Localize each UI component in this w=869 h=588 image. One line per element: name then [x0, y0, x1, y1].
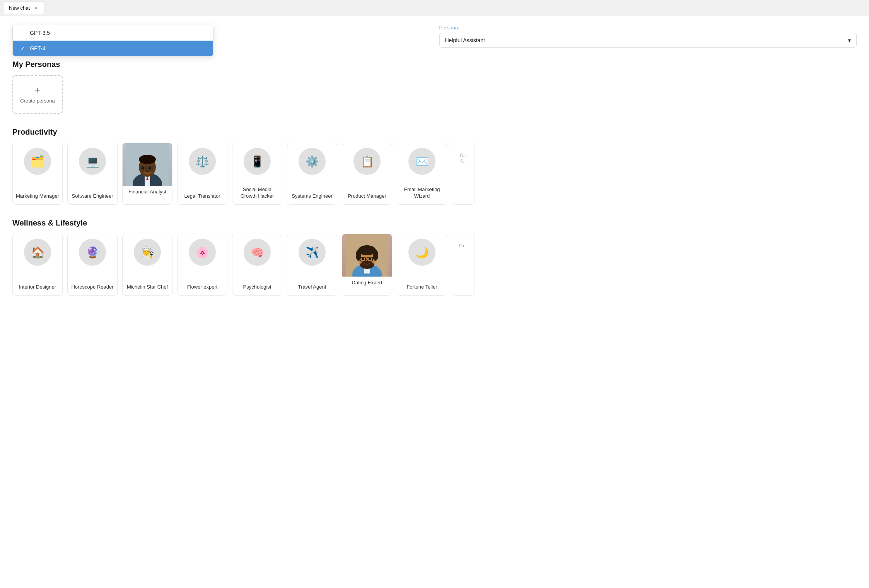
dropdown-option-gpt35[interactable]: GPT-3.5	[13, 25, 213, 41]
persona-label: Persona:	[439, 25, 857, 31]
svg-point-30	[362, 258, 364, 260]
svg-line-29	[372, 259, 374, 259]
card-systems-engineer[interactable]: ⚙️ Systems Engineer	[287, 143, 337, 205]
productivity-cards-row: 🗂️ Marketing Manager 💻 Software Engineer	[12, 143, 857, 205]
svg-line-10	[139, 168, 140, 168]
avatar-legal-translator: ⚖️	[189, 148, 216, 175]
svg-point-22	[373, 250, 378, 261]
card-truncated-wellness[interactable]: Fa...	[452, 234, 475, 296]
persona-selected-value: Helpful Assistant	[445, 37, 485, 43]
avatar-fortune-teller: 🌙	[408, 239, 435, 266]
card-legal-translator[interactable]: ⚖️ Legal Translator	[177, 143, 227, 205]
avatar-financial-analyst	[123, 143, 172, 186]
card-psychologist[interactable]: 🧠 Psychologist	[232, 234, 282, 296]
avatar-software-engineer: 💻	[79, 148, 106, 175]
productivity-section: Productivity 🗂️ Marketing Manager 💻 Soft…	[12, 128, 857, 205]
my-personas-section: My Personas + Create persona	[12, 60, 857, 114]
productivity-title: Productivity	[12, 128, 857, 137]
model-dropdown[interactable]: GPT-3.5 ✓ GPT-4	[12, 25, 213, 56]
avatar-social-media: 📱	[244, 148, 271, 175]
tab-close-button[interactable]: ×	[33, 5, 39, 11]
wellness-cards-row: 🏠 Interior Designer 🔮 Horoscope Reader 👨…	[12, 234, 857, 296]
svg-line-28	[359, 259, 360, 259]
avatar-systems-engineer: ⚙️	[299, 148, 326, 175]
plus-icon: +	[35, 85, 40, 95]
card-financial-analyst[interactable]: Financial Analyst	[122, 143, 172, 205]
card-michelin-star-chef[interactable]: 👨‍🍳 Michelin Star Chef	[122, 234, 172, 296]
avatar-flower-expert: 🌸	[189, 239, 216, 266]
card-fortune-teller[interactable]: 🌙 Fortune Teller	[397, 234, 447, 296]
svg-point-6	[139, 155, 156, 164]
svg-point-14	[146, 170, 149, 172]
card-social-media-growth-hacker[interactable]: 📱 Social Media Growth Hacker	[232, 143, 282, 205]
model-section: Model: GPT-3.5 ✓ GPT-4	[12, 25, 430, 33]
main-content: Model: GPT-3.5 ✓ GPT-4 Persona: Helpful …	[0, 15, 869, 588]
tab-bar: New chat ×	[0, 0, 869, 15]
card-truncated-productivity[interactable]: R...S...	[452, 143, 475, 205]
card-flower-expert[interactable]: 🌸 Flower expert	[177, 234, 227, 296]
new-chat-tab[interactable]: New chat ×	[3, 1, 45, 14]
tab-title: New chat	[9, 5, 30, 11]
avatar-dating-expert	[342, 234, 392, 277]
card-product-manager[interactable]: 📋 Product Manager	[342, 143, 392, 205]
my-personas-title: My Personas	[12, 60, 857, 69]
card-interior-designer[interactable]: 🏠 Interior Designer	[12, 234, 63, 296]
card-travel-agent[interactable]: ✈️ Travel Agent	[287, 234, 337, 296]
svg-point-31	[369, 258, 371, 260]
svg-line-11	[152, 168, 154, 168]
create-persona-button[interactable]: + Create persona	[12, 75, 63, 114]
avatar-interior-designer: 🏠	[24, 239, 51, 266]
persona-select[interactable]: Helpful Assistant ▾	[439, 33, 857, 48]
avatar-psychologist: 🧠	[244, 239, 271, 266]
avatar-product-manager: 📋	[353, 148, 381, 175]
wellness-section: Wellness & Lifestyle 🏠 Interior Designer…	[12, 219, 857, 296]
avatar-marketing-manager: 🗂️	[24, 148, 51, 175]
chevron-down-icon: ▾	[848, 37, 851, 43]
svg-point-12	[142, 167, 144, 169]
create-persona-label: Create persona	[20, 98, 55, 104]
card-horoscope-reader[interactable]: 🔮 Horoscope Reader	[67, 234, 118, 296]
avatar-horoscope-reader: 🔮	[79, 239, 106, 266]
svg-point-13	[149, 167, 151, 169]
persona-section: Persona: Helpful Assistant ▾	[439, 25, 857, 48]
card-marketing-manager[interactable]: 🗂️ Marketing Manager	[12, 143, 63, 205]
card-software-engineer[interactable]: 💻 Software Engineer	[67, 143, 118, 205]
card-email-marketing-wizard[interactable]: ✉️ Email Marketing Wizard	[397, 143, 447, 205]
card-dating-expert[interactable]: Dating Expert	[342, 234, 392, 296]
top-controls: Model: GPT-3.5 ✓ GPT-4 Persona: Helpful …	[12, 25, 857, 48]
avatar-email-marketing: ✉️	[408, 148, 435, 175]
avatar-michelin-chef: 👨‍🍳	[134, 239, 161, 266]
avatar-travel-agent: ✈️	[299, 239, 326, 266]
dropdown-option-gpt4[interactable]: ✓ GPT-4	[13, 41, 213, 56]
wellness-title: Wellness & Lifestyle	[12, 219, 857, 227]
